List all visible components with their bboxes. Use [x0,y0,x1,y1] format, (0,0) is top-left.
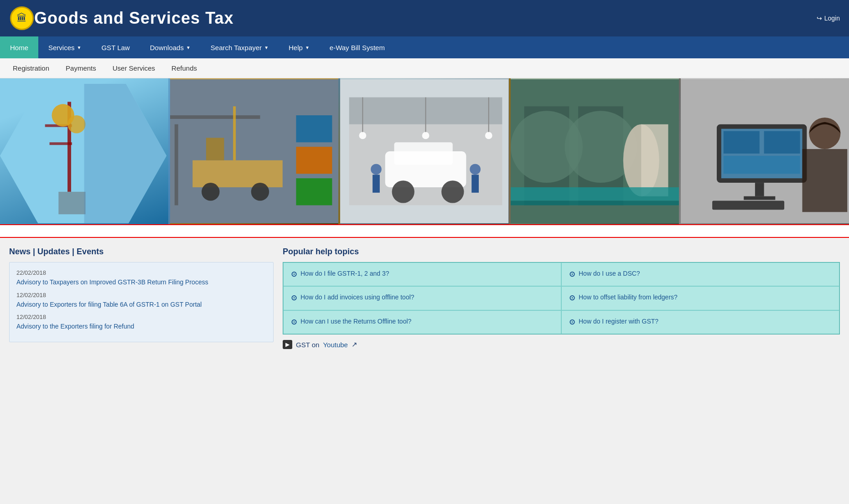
svg-marker-8 [84,84,167,224]
svg-rect-50 [764,131,800,154]
news-date-2: 12/02/2018 [16,292,266,298]
news-date-3: 12/02/2018 [16,314,266,320]
svg-rect-56 [802,149,847,212]
login-icon: ↪ [817,15,822,22]
subnav-user-services[interactable]: User Services [104,58,163,78]
svg-rect-49 [724,131,760,154]
svg-rect-7 [58,192,85,214]
downloads-arrow: ▼ [186,45,191,50]
help-arrow-icon-5: ⊙ [291,317,297,327]
svg-point-34 [422,132,430,139]
youtube-external-icon: ↗ [352,340,357,349]
ashoka-emblem: 🏛 [10,6,34,30]
help-arrow-icon-1: ⊙ [291,269,297,279]
svg-point-29 [470,164,481,175]
ticker-text: Portal for GST to log your issues. Pleas… [0,227,849,235]
nav-search-taxpayer[interactable]: Search Taxpayer ▼ [201,36,279,58]
youtube-section: ▶ GST on Youtube ↗ [283,340,840,349]
svg-rect-17 [296,115,332,142]
svg-point-25 [392,180,414,203]
hero-cell-textile [511,78,679,224]
help-arrow-icon-2: ⊙ [569,269,575,279]
help-section: Popular help topics ⊙ How do I file GSTR… [283,247,840,349]
help-section-title: Popular help topics [283,247,840,257]
svg-rect-16 [233,106,236,160]
svg-rect-24 [394,142,453,165]
help-topic-2[interactable]: ⊙ How do I use a DSC? [561,262,839,286]
news-link-3[interactable]: Advisory to the Exporters filing for Ref… [16,322,266,331]
svg-rect-52 [755,183,764,196]
nav-eway-bill[interactable]: e-Way Bill System [320,36,395,58]
news-link-1[interactable]: Advisory to Taxpayers on Improved GSTR-3… [16,278,266,287]
hero-mosaic [0,78,849,224]
youtube-icon: ▶ [283,340,292,349]
subnav-payments[interactable]: Payments [57,58,104,78]
news-date-1: 22/02/2018 [16,269,266,276]
logo: 🏛 [9,6,34,31]
login-button[interactable]: ↪ Login [817,15,840,22]
nav-gst-law[interactable]: GST Law [91,36,140,58]
svg-point-27 [371,164,382,175]
nav-home[interactable]: Home [0,36,38,58]
hero-cell-construction [170,78,338,224]
svg-rect-43 [641,124,668,196]
svg-rect-51 [724,156,800,174]
news-box: 22/02/2018 Advisory to Taxpayers on Impr… [9,262,274,342]
news-link-2[interactable]: Advisory to Exporters for filing Table 6… [16,300,266,309]
help-topic-5[interactable]: ⊙ How can I use the Returns Offline tool… [283,310,561,334]
nav-services[interactable]: Services ▼ [38,36,91,58]
main-navbar: Home Services ▼ GST Law Downloads ▼ Sear… [0,36,849,58]
svg-rect-53 [744,196,775,200]
youtube-link[interactable]: Youtube [323,341,348,349]
svg-point-12 [202,183,219,201]
news-ticker: Portal for GST to log your issues. Pleas… [0,224,849,238]
main-content: News | Updates | Events 22/02/2018 Advis… [0,238,849,358]
hero-cell-telecom [0,78,168,224]
svg-rect-44 [511,187,679,201]
help-topic-4[interactable]: ⊙ How to offset liability from ledgers? [561,286,839,310]
help-topic-6[interactable]: ⊙ How do I register with GST? [561,310,839,334]
svg-rect-28 [373,175,380,192]
svg-rect-19 [296,178,332,205]
news-section-title: News | Updates | Events [9,247,274,257]
nav-help[interactable]: Help ▼ [279,36,320,58]
nav-downloads[interactable]: Downloads ▼ [140,36,201,58]
search-taxpayer-arrow: ▼ [264,45,269,50]
subnav-bar: Registration Payments User Services Refu… [0,58,849,78]
svg-point-26 [442,180,464,203]
hero-cell-manufacturing [340,78,508,224]
svg-rect-10 [193,160,283,187]
hero-banner [0,78,849,224]
header: 🏛 Goods and Services Tax ↪ Login [0,0,849,36]
svg-point-32 [359,132,367,139]
help-topic-3[interactable]: ⊙ How do I add invoices using offline to… [283,286,561,310]
svg-rect-14 [175,124,178,206]
subnav-registration[interactable]: Registration [5,58,57,78]
site-title: Goods and Services Tax [34,9,234,28]
svg-rect-30 [472,175,479,192]
svg-point-13 [251,183,269,201]
help-arrow: ▼ [305,45,310,50]
help-arrow-icon-4: ⊙ [569,293,575,303]
svg-rect-15 [170,115,260,119]
svg-rect-54 [712,201,784,210]
news-section: News | Updates | Events 22/02/2018 Advis… [9,247,274,349]
help-arrow-icon-6: ⊙ [569,317,575,327]
svg-point-6 [67,115,85,133]
svg-rect-11 [206,138,224,160]
svg-point-36 [485,132,492,139]
hero-cell-office [681,78,849,224]
help-arrow-icon-3: ⊙ [291,293,297,303]
help-topics-grid: ⊙ How do I file GSTR-1, 2 and 3? ⊙ How d… [283,262,840,334]
svg-rect-18 [296,147,332,174]
svg-rect-4 [50,142,72,145]
subnav-refunds[interactable]: Refunds [163,58,205,78]
help-topic-1[interactable]: ⊙ How do I file GSTR-1, 2 and 3? [283,262,561,286]
services-arrow: ▼ [77,45,82,50]
svg-rect-45 [511,201,679,206]
youtube-label: GST on [296,341,319,349]
